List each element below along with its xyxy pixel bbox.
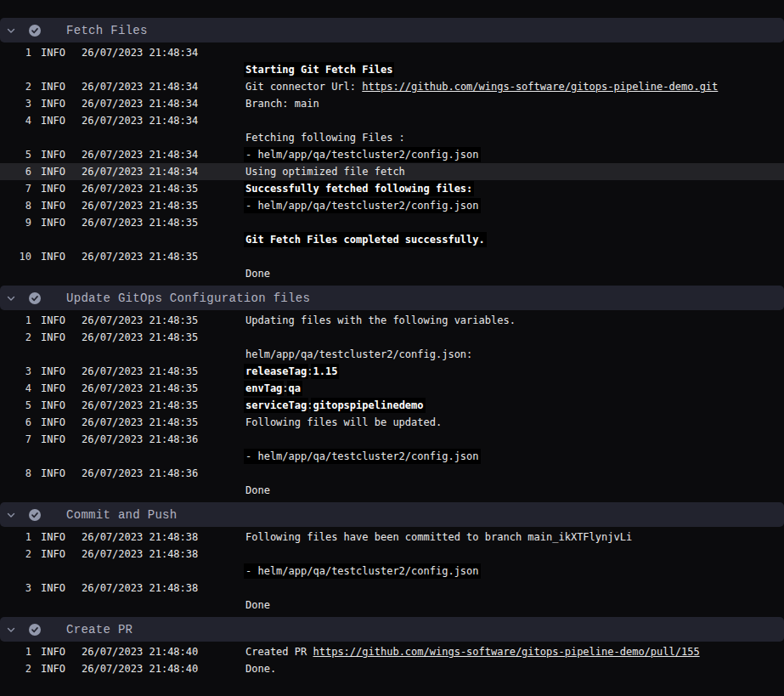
log-message: Done (245, 268, 270, 280)
log-line-number: 4 (0, 382, 31, 394)
log-level: INFO (41, 365, 66, 377)
log-row: 9 INFO 26/07/2023 21:48:35 (0, 214, 784, 231)
log-timestamp: 26/07/2023 21:48:34 (82, 47, 199, 59)
log-row: 3 INFO 26/07/2023 21:48:38 (0, 580, 784, 597)
log-line-number: 10 (0, 251, 31, 263)
log-line-number: 8 (0, 467, 31, 479)
log-message: Using optimized file fetch (245, 166, 405, 178)
log-message: - helm/app/qa/testcluster2/config.json (245, 565, 479, 577)
log-message: Done. (245, 663, 276, 675)
log-message: Starting Git Fetch Files (245, 64, 392, 76)
section-header-fetch-files[interactable]: Fetch Files (0, 18, 784, 42)
log-line-number: 8 (0, 200, 31, 212)
log-line-number: 2 (0, 331, 31, 343)
log-text: Done (245, 484, 270, 496)
log-line-number: 3 (0, 98, 31, 110)
log-row: 1 INFO 26/07/2023 21:48:38 Following fil… (0, 529, 784, 546)
log-message: serviceTag:gitopspipelinedemo (245, 399, 424, 411)
log-level: INFO (41, 251, 66, 263)
log-text: Git Fetch Files completed successfully. (244, 232, 487, 247)
log-level: INFO (41, 531, 66, 543)
log-message: Done (245, 599, 270, 611)
log-row: 6 INFO 26/07/2023 21:48:35 Following fil… (0, 414, 784, 431)
log-timestamp: 26/07/2023 21:48:35 (82, 251, 199, 263)
log-section: Create PR 1 INFO 26/07/2023 21:48:40 Cre… (0, 617, 784, 677)
chevron-down-icon[interactable] (6, 625, 16, 635)
log-line-number: 9 (0, 217, 31, 229)
log-text: Done (245, 268, 270, 280)
log-level: INFO (41, 663, 66, 675)
log-text: Fetching following Files : (245, 132, 405, 144)
log-line-number: 1 (0, 646, 31, 658)
log-line-number: 2 (0, 548, 31, 560)
log-text: releaseTag (244, 364, 308, 379)
log-message: Following files will be updated. (245, 416, 442, 428)
log-level: INFO (41, 166, 66, 178)
log-text: 1.15 (311, 364, 339, 379)
log-level: INFO (41, 314, 66, 326)
log-line-number: 5 (0, 149, 31, 161)
log-row: 3 INFO 26/07/2023 21:48:34 Branch: main (0, 95, 784, 112)
log-row: helm/app/qa/testcluster2/config.json: (0, 346, 784, 363)
log-level: INFO (41, 81, 66, 93)
log-text: - helm/app/qa/testcluster2/config.json (244, 563, 481, 579)
log-timestamp: 26/07/2023 21:48:35 (82, 217, 199, 229)
log-link[interactable]: https://github.com/wings-software/gitops… (313, 646, 699, 658)
log-level: INFO (41, 183, 66, 195)
log-timestamp: 26/07/2023 21:48:34 (82, 81, 199, 93)
log-level: INFO (41, 149, 66, 161)
chevron-down-icon[interactable] (6, 293, 16, 303)
log-timestamp: 26/07/2023 21:48:40 (82, 663, 199, 675)
section-header-create-pr[interactable]: Create PR (0, 617, 784, 642)
section-title: Create PR (66, 623, 133, 637)
log-message: - helm/app/qa/testcluster2/config.json (245, 450, 479, 462)
log-row: Done (0, 482, 784, 499)
chevron-down-icon[interactable] (6, 510, 16, 520)
log-row: 3 INFO 26/07/2023 21:48:35 releaseTag:1.… (0, 363, 784, 380)
section-content: 1 INFO 26/07/2023 21:48:40 Created PR ht… (0, 642, 784, 677)
log-message: Updating files with the following variab… (245, 314, 516, 326)
log-text: Done (245, 599, 270, 611)
log-line-number: 2 (0, 663, 31, 675)
log-message: releaseTag:1.15 (245, 365, 337, 377)
log-row: - helm/app/qa/testcluster2/config.json (0, 563, 784, 580)
log-message: Following files have been committed to b… (245, 531, 632, 543)
log-link[interactable]: https://github.com/wings-software/gitops… (362, 81, 718, 93)
log-timestamp: 26/07/2023 21:48:35 (82, 314, 199, 326)
log-timestamp: 26/07/2023 21:48:38 (82, 548, 199, 560)
log-line-number: 2 (0, 81, 31, 93)
log-line-number: 7 (0, 433, 31, 445)
log-text: Using optimized file fetch (245, 166, 405, 178)
log-row: 2 INFO 26/07/2023 21:48:38 (0, 546, 784, 563)
log-section: Update GitOps Configuration files 1 INFO… (0, 286, 784, 499)
log-timestamp: 26/07/2023 21:48:35 (82, 200, 199, 212)
log-row: 6 INFO 26/07/2023 21:48:34 Using optimiz… (0, 163, 784, 180)
log-level: INFO (41, 548, 66, 560)
log-row: 7 INFO 26/07/2023 21:48:35 Successfully … (0, 180, 784, 197)
log-row: 2 INFO 26/07/2023 21:48:40 Done. (0, 660, 784, 677)
log-timestamp: 26/07/2023 21:48:35 (82, 183, 199, 195)
log-text: Successfully fetched following files: (244, 181, 474, 196)
log-row: 5 INFO 26/07/2023 21:48:34 - helm/app/qa… (0, 146, 784, 163)
chevron-down-icon[interactable] (6, 25, 16, 36)
log-section: Commit and Push 1 INFO 26/07/2023 21:48:… (0, 502, 784, 614)
log-text: Following files will be updated. (245, 416, 442, 428)
log-line-number: 3 (0, 582, 31, 594)
log-row: Git Fetch Files completed successfully. (0, 231, 784, 248)
log-timestamp: 26/07/2023 21:48:34 (82, 115, 199, 127)
section-title: Fetch Files (66, 24, 148, 37)
log-line-number: 6 (0, 416, 31, 428)
log-row: 7 INFO 26/07/2023 21:48:36 (0, 431, 784, 448)
log-level: INFO (41, 416, 66, 428)
log-text: serviceTag (244, 398, 308, 413)
section-header-commit-and-push[interactable]: Commit and Push (0, 502, 784, 527)
log-timestamp: 26/07/2023 21:48:35 (82, 365, 199, 377)
log-message: Fetching following Files : (245, 132, 405, 144)
log-timestamp: 26/07/2023 21:48:35 (82, 382, 199, 394)
check-circle-icon (29, 509, 41, 521)
log-row: 10 INFO 26/07/2023 21:48:35 (0, 248, 784, 265)
section-header-update-gitops-configuration-files[interactable]: Update GitOps Configuration files (0, 286, 784, 310)
log-sections: Fetch Files 1 INFO 26/07/2023 21:48:34 S… (0, 18, 784, 677)
log-level: INFO (41, 217, 66, 229)
log-row: Done (0, 265, 784, 282)
